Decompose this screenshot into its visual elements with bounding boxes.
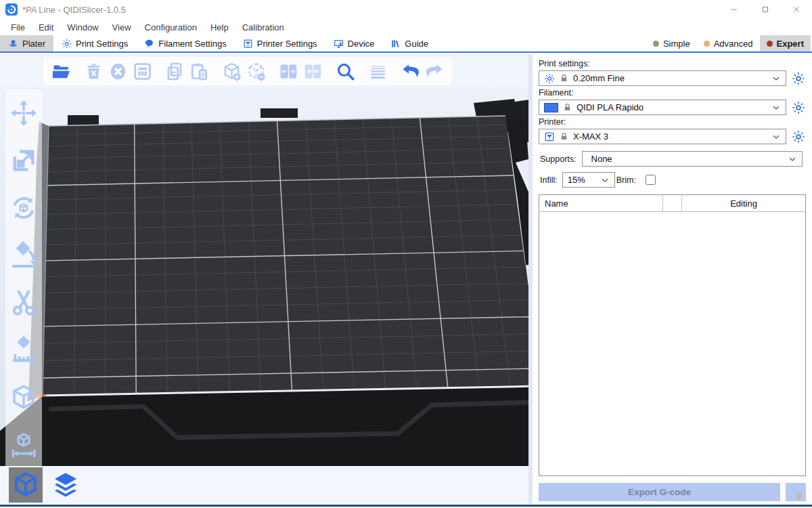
menu-file[interactable]: File (4, 20, 32, 35)
column-header-editing[interactable]: Editing (682, 195, 805, 211)
viewport-toolbar (0, 54, 528, 87)
add-instance-icon (222, 62, 242, 81)
cut-gizmo-button[interactable] (8, 287, 39, 318)
export-gcode-button[interactable]: Export G-code (539, 483, 780, 501)
copy-button[interactable] (163, 59, 186, 83)
tab-label: Plater (22, 39, 45, 49)
column-header-extruder[interactable] (663, 195, 682, 211)
menu-window[interactable]: Window (60, 20, 105, 35)
tab-label: Device (348, 39, 375, 49)
object-list-body[interactable] (539, 212, 805, 475)
chevron-down-icon (771, 103, 781, 112)
tab-printer-settings[interactable]: Printer Settings (235, 35, 325, 51)
device-icon (334, 39, 344, 49)
bed-scene[interactable] (0, 54, 528, 466)
split-objects-icon (279, 62, 298, 81)
brim-checkbox[interactable] (646, 175, 656, 185)
open-button[interactable] (49, 59, 72, 83)
filament-combo[interactable]: QIDI PLA Rapido (539, 100, 786, 115)
maximize-button[interactable] (750, 0, 781, 19)
move-icon (9, 99, 38, 127)
printer-edit-button[interactable] (791, 129, 806, 144)
printer-label: Printer: (539, 117, 806, 127)
measure-icon (9, 431, 38, 459)
flatten-icon (9, 241, 38, 270)
window-controls (719, 0, 812, 19)
tab-guide[interactable]: Guide (382, 35, 436, 51)
view-3d-icon (12, 471, 40, 499)
tab-print-settings[interactable]: Print Settings (53, 35, 136, 51)
menu-view[interactable]: View (106, 20, 138, 35)
split-parts-button[interactable] (301, 59, 324, 83)
redo-button[interactable] (423, 59, 446, 83)
measure-gizmo-button[interactable] (8, 429, 39, 461)
workspace: Print settings: 0.20mm Fine Filament: QI… (0, 54, 812, 504)
menu-configuration[interactable]: Configuration (138, 20, 204, 35)
scale-icon (9, 146, 38, 175)
menu-calibration[interactable]: Calibration (235, 20, 291, 35)
mode-label: Expert (777, 39, 804, 49)
split-objects-button[interactable] (277, 59, 300, 83)
mode-label: Simple (663, 39, 690, 49)
print-settings-edit-button[interactable] (791, 71, 806, 86)
printer-value: X-MAX 3 (573, 131, 767, 142)
menu-edit[interactable]: Edit (32, 20, 60, 35)
preview-button[interactable] (49, 467, 83, 503)
column-header-name[interactable]: Name (539, 195, 663, 211)
variable-layer-height-button[interactable] (366, 59, 389, 83)
open-icon (51, 62, 71, 81)
tab-device[interactable]: Device (325, 35, 383, 51)
infill-combo[interactable]: 15% (562, 172, 615, 188)
support-gizmo-button[interactable] (8, 335, 39, 366)
window-title: *PA Line - QIDISlicer-1.0.5 (22, 5, 126, 15)
print-settings-combo[interactable]: 0.20mm Fine (539, 70, 786, 86)
chevron-down-icon (771, 132, 781, 142)
object-list[interactable]: Name Editing (539, 194, 806, 476)
tab-strip: PlaterPrint SettingsFilament SettingsPri… (0, 35, 436, 51)
chevron-down-icon (788, 154, 797, 164)
mode-advanced[interactable]: Advanced (697, 35, 760, 51)
tab-filament-settings[interactable]: Filament Settings (136, 35, 234, 51)
mode-dot-icon (704, 41, 710, 47)
close-button[interactable] (781, 0, 812, 19)
toolbar-card (43, 57, 452, 85)
delete-button[interactable] (82, 59, 105, 83)
object-list-header: Name Editing (539, 195, 805, 212)
filament-color-swatch (544, 103, 558, 112)
flatten-gizmo-button[interactable] (8, 240, 39, 271)
search-button[interactable] (334, 59, 357, 83)
menubar: FileEditWindowViewConfigurationHelpCalib… (0, 19, 812, 35)
remove-instance-button[interactable] (244, 59, 267, 83)
print-settings-value: 0.20mm Fine (573, 73, 767, 83)
view-3d-button[interactable] (9, 467, 43, 503)
menu-help[interactable]: Help (204, 20, 235, 35)
view-switch-bar (0, 466, 528, 504)
printer-icon (243, 39, 253, 49)
paste-button[interactable] (187, 59, 210, 83)
gizmo-toolbar (5, 89, 42, 469)
seam-gizmo-button[interactable] (8, 382, 39, 413)
brim-label: Brim: (616, 175, 636, 185)
mode-simple[interactable]: Simple (646, 35, 697, 51)
rotate-icon (9, 194, 38, 222)
lock-icon (560, 74, 568, 83)
tab-plater[interactable]: Plater (0, 35, 53, 51)
scale-gizmo-button[interactable] (8, 145, 39, 176)
printer-combo[interactable]: X-MAX 3 (539, 129, 786, 144)
filament-edit-button[interactable] (791, 100, 806, 115)
mode-expert[interactable]: Expert (760, 35, 811, 51)
preset-gear-icon (544, 73, 555, 84)
support-icon (9, 336, 38, 364)
supports-combo[interactable]: None (582, 151, 803, 167)
export-to-sd-button[interactable] (786, 483, 806, 501)
move-gizmo-button[interactable] (8, 98, 39, 129)
undo-button[interactable] (399, 59, 422, 83)
viewport-3d[interactable] (0, 54, 528, 504)
rotate-gizmo-button[interactable] (8, 192, 39, 224)
infill-value: 15% (568, 175, 595, 185)
arrange-button[interactable] (131, 59, 154, 83)
minimize-button[interactable] (719, 0, 750, 19)
redo-icon (425, 62, 445, 81)
add-instance-button[interactable] (220, 59, 243, 83)
delete-all-button[interactable] (106, 59, 129, 83)
